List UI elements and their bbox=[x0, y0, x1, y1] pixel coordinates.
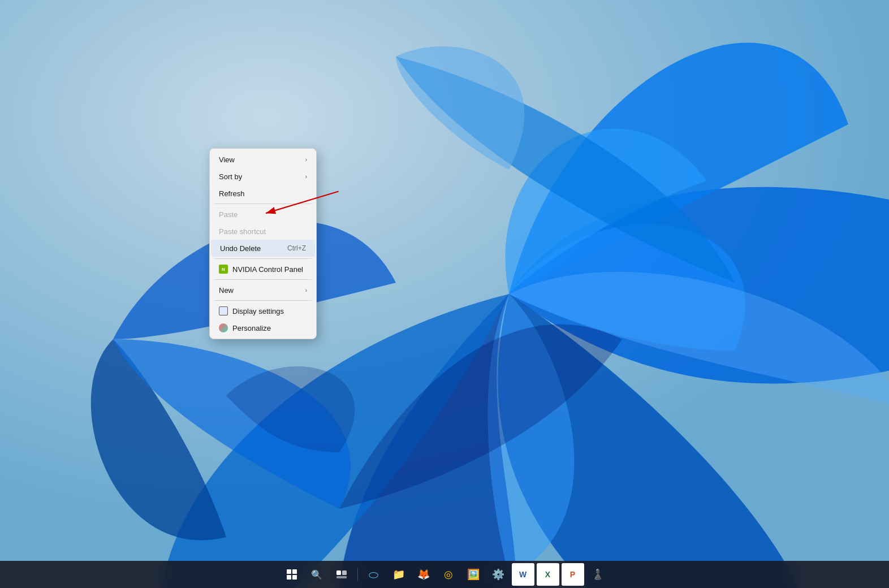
new-label: New bbox=[219, 286, 234, 295]
context-menu-display-settings[interactable]: Display settings bbox=[210, 302, 316, 319]
desktop: View › Sort by › Refresh Paste bbox=[0, 0, 889, 588]
context-menu-sort-by[interactable]: Sort by › bbox=[210, 168, 316, 185]
context-menu-paste[interactable]: Paste bbox=[210, 206, 316, 223]
refresh-label: Refresh bbox=[219, 189, 245, 198]
svg-rect-3 bbox=[287, 569, 291, 574]
nvidia-icon: N bbox=[219, 265, 228, 274]
taskbar-steam-icon[interactable]: ♟️ bbox=[586, 563, 609, 586]
taskbar-powerpoint-icon[interactable]: P bbox=[562, 563, 584, 586]
sort-by-label: Sort by bbox=[219, 172, 242, 181]
taskbar-photos-icon[interactable]: 🖼️ bbox=[462, 563, 485, 586]
taskbar-excel-icon[interactable]: X bbox=[537, 563, 559, 586]
paste-shortcut-label: Paste shortcut bbox=[219, 227, 266, 236]
svg-rect-7 bbox=[336, 570, 341, 575]
taskbar-task-view-button[interactable] bbox=[330, 563, 353, 586]
context-menu-new[interactable]: New › bbox=[210, 282, 316, 299]
separator-2 bbox=[214, 258, 312, 259]
context-menu-nvidia[interactable]: N NVIDIA Control Panel bbox=[210, 261, 316, 278]
new-arrow-icon: › bbox=[305, 287, 307, 293]
undo-delete-label: Undo Delete bbox=[220, 244, 261, 253]
undo-delete-shortcut: Ctrl+Z bbox=[287, 244, 306, 252]
taskbar-search-button[interactable]: 🔍 bbox=[305, 563, 328, 586]
taskbar-word-icon[interactable]: W bbox=[512, 563, 534, 586]
taskbar: 🔍 ⬭ 📁 🦊 ◎ 🖼️ ⚙️ W X P ♟️ bbox=[0, 561, 889, 588]
svg-rect-9 bbox=[336, 576, 347, 578]
taskbar-edge-icon[interactable]: ⬭ bbox=[362, 563, 385, 586]
context-menu-paste-shortcut[interactable]: Paste shortcut bbox=[210, 223, 316, 240]
taskbar-start-button[interactable] bbox=[280, 563, 303, 586]
context-menu-refresh[interactable]: Refresh bbox=[210, 185, 316, 202]
view-arrow-icon: › bbox=[305, 157, 307, 163]
paste-label: Paste bbox=[219, 210, 238, 219]
svg-rect-8 bbox=[342, 570, 347, 575]
taskbar-divider bbox=[357, 568, 358, 581]
taskbar-firefox-icon[interactable]: 🦊 bbox=[412, 563, 435, 586]
context-menu-personalize[interactable]: Personalize bbox=[210, 319, 316, 336]
display-settings-icon bbox=[219, 306, 228, 315]
taskbar-explorer-icon[interactable]: 📁 bbox=[387, 563, 410, 586]
taskbar-settings-icon[interactable]: ⚙️ bbox=[487, 563, 510, 586]
personalize-label: Personalize bbox=[232, 324, 271, 332]
context-menu-undo-delete[interactable]: Undo Delete Ctrl+Z bbox=[211, 240, 315, 257]
nvidia-label: NVIDIA Control Panel bbox=[232, 265, 303, 274]
separator-4 bbox=[214, 300, 312, 301]
sort-by-arrow-icon: › bbox=[305, 174, 307, 180]
svg-rect-4 bbox=[292, 569, 297, 574]
context-menu: View › Sort by › Refresh Paste bbox=[209, 148, 317, 339]
separator-1 bbox=[214, 204, 312, 204]
separator-3 bbox=[214, 279, 312, 280]
svg-rect-6 bbox=[292, 575, 297, 580]
svg-rect-5 bbox=[287, 575, 291, 580]
context-menu-view[interactable]: View › bbox=[210, 151, 316, 168]
display-settings-label: Display settings bbox=[232, 307, 284, 315]
taskbar-chrome-icon[interactable]: ◎ bbox=[437, 563, 460, 586]
view-label: View bbox=[219, 155, 235, 164]
personalize-icon bbox=[219, 323, 228, 332]
